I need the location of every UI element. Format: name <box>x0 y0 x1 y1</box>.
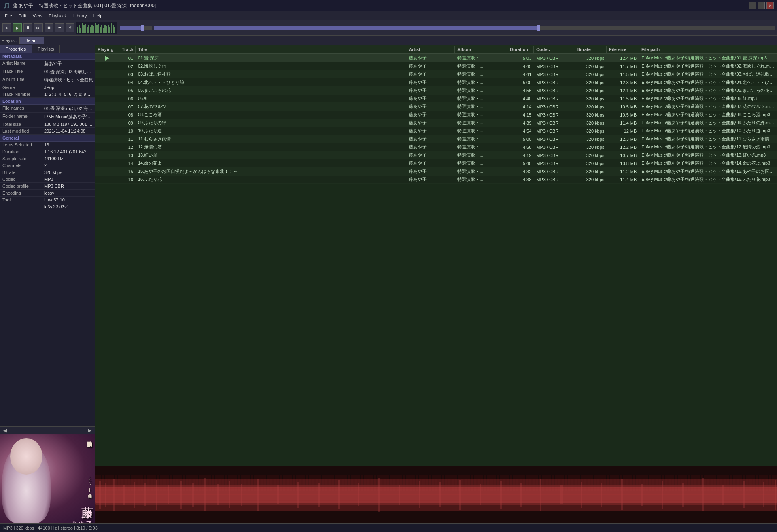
menu-file[interactable]: File <box>2 13 15 19</box>
track-artist: 藤あや子 <box>406 144 455 150</box>
stop-button[interactable]: ⏹ <box>45 23 53 32</box>
playing-indicator <box>95 114 119 115</box>
table-row[interactable]: 07 07.花のワルツ 藤あや子 特選演歌・... 4:14 MP3 / CBR… <box>95 103 777 111</box>
track-duration: 4:58 <box>507 144 534 150</box>
header-filepath[interactable]: File path <box>639 46 777 53</box>
playlist-label: Playlist: <box>2 38 17 43</box>
table-row[interactable]: 04 04.北へ・・・ひとり旅 藤あや子 特選演歌・... 5:00 MP3 /… <box>95 78 777 87</box>
maximize-button[interactable]: □ <box>758 2 765 9</box>
table-row[interactable]: 13 13.紅い糸 藤あや子 特選演歌・... 4:19 MP3 / CBR 3… <box>95 151 777 159</box>
playing-indicator <box>95 106 119 107</box>
table-row[interactable]: 14 14.命の花よ 藤あや子 特選演歌・... 5:40 MP3 / CBR … <box>95 159 777 167</box>
track-codec: MP3 / CBR <box>534 104 574 110</box>
track-codec: MP3 / CBR <box>534 161 574 166</box>
track-filepath: E:\My Music\藤あや子\特選演歌・ヒット全曲集\03.おばこ巡礼歌.m… <box>639 71 777 78</box>
track-title: 13.紅い糸 <box>136 152 406 159</box>
properties-content[interactable]: Metadata Artist Name 藤あや子 Track Title 01… <box>0 53 95 426</box>
track-title: 08.こころ酒 <box>136 111 406 118</box>
playlist-tab-default[interactable]: Default <box>19 37 44 44</box>
menu-help[interactable]: Help <box>90 13 106 19</box>
random-button[interactable]: ⇄ <box>55 23 64 32</box>
prev-button[interactable]: ⏮ <box>2 23 11 32</box>
scroll-left-arrow[interactable]: ◀ <box>2 428 8 433</box>
table-row[interactable]: 03 03.おばこ巡礼歌 藤あや子 特選演歌・... 4:41 MP3 / CB… <box>95 70 777 78</box>
track-filesize: 11.4 MB <box>607 177 639 182</box>
track-filepath: E:\My Music\藤あや子\特選演歌・ヒット全曲集\07.花のワルツ.mp… <box>639 103 777 110</box>
track-title: 07.花のワルツ <box>136 103 406 110</box>
header-codec[interactable]: Codec <box>534 46 574 53</box>
menu-view[interactable]: View <box>30 13 46 19</box>
track-codec: MP3 / CBR <box>534 144 574 150</box>
svg-rect-51 <box>763 482 764 507</box>
close-button[interactable]: ✕ <box>766 2 774 9</box>
track-duration: 5:00 <box>507 136 534 142</box>
track-filesize: 12.1 MB <box>607 88 639 93</box>
table-row[interactable]: 12 12.無情の酒 藤あや子 特選演歌・... 4:58 MP3 / CBR … <box>95 143 777 151</box>
prop-tabs: Properties Playlists <box>0 45 95 53</box>
scroll-arrows: ◀ ▶ <box>0 426 95 434</box>
header-duration[interactable]: Duration <box>507 46 534 53</box>
track-number: 16 <box>119 177 136 182</box>
seekbar-container <box>154 26 775 30</box>
track-filepath: E:\My Music\藤あや子\特選演歌・ヒット全曲集\04.北へ・・・ひとり… <box>639 79 777 86</box>
album-art-artist2: あや子 <box>71 520 93 523</box>
waveform-mini <box>76 22 117 34</box>
header-album[interactable]: Album <box>455 46 507 53</box>
menubar: File Edit View Playback Library Help <box>0 11 777 20</box>
track-title: 16.ふたり花 <box>136 176 406 183</box>
track-filepath: E:\My Music\藤あや子\特選演歌・ヒット全曲集\01.畳 深深.mp3 <box>639 55 777 61</box>
table-row[interactable]: 11 11.むらさき雨情 藤あや子 特選演歌・... 5:00 MP3 / CB… <box>95 135 777 143</box>
play-button[interactable]: ▶ <box>13 23 22 32</box>
track-album: 特選演歌・... <box>455 71 507 78</box>
svg-rect-21 <box>192 483 194 507</box>
track-bitrate: 320 kbps <box>574 88 607 93</box>
track-filesize: 13.8 MB <box>607 161 639 166</box>
track-filepath: E:\My Music\藤あや子\特選演歌・ヒット全曲集\15.あや子のお国自慢… <box>639 168 777 175</box>
header-bitrate[interactable]: Bitrate <box>574 46 607 53</box>
header-artist[interactable]: Artist <box>406 46 455 53</box>
svg-rect-36 <box>459 480 461 510</box>
table-row[interactable]: 09 09.ふたりの絆 藤あや子 特選演歌・... 4:39 MP3 / CBR… <box>95 119 777 127</box>
svg-rect-14 <box>113 479 115 511</box>
volume-bar[interactable] <box>120 26 152 30</box>
track-number: 14 <box>119 161 136 166</box>
next-button[interactable]: ⏭ <box>34 23 43 32</box>
header-title[interactable]: Title <box>136 46 406 53</box>
menu-playback[interactable]: Playback <box>45 13 70 19</box>
tab-properties[interactable]: Properties <box>0 45 32 53</box>
tab-playlists[interactable]: Playlists <box>32 45 60 53</box>
table-row[interactable]: 05 05.まごころの花 藤あや子 特選演歌・... 4:56 MP3 / CB… <box>95 87 777 95</box>
track-album: 特選演歌・... <box>455 136 507 142</box>
track-album: 特選演歌・... <box>455 79 507 86</box>
table-row[interactable]: 16 16.ふたり花 藤あや子 特選演歌・... 4:38 MP3 / CBR … <box>95 176 777 184</box>
playing-indicator <box>95 66 119 67</box>
seekbar[interactable] <box>154 26 775 30</box>
track-album: 特選演歌・... <box>455 127 507 134</box>
track-bitrate: 320 kbps <box>574 169 607 174</box>
track-album: 特選演歌・... <box>455 168 507 175</box>
table-row[interactable]: 02 02.海峡しぐれ 藤あや子 特選演歌・... 4:45 MP3 / CBR… <box>95 62 777 70</box>
prop-album-title: Album Title 特選演歌・ヒット全曲集 <box>0 76 95 84</box>
table-row[interactable]: 15 15.あや子のお国自慢だよ～がんばろな東北！！～ 藤あや子 特選演歌・..… <box>95 167 777 176</box>
table-row[interactable]: 01 01.畳 深深 藤あや子 特選演歌・... 5:03 MP3 / CBR … <box>95 54 777 62</box>
minimize-button[interactable]: ─ <box>749 2 756 9</box>
track-artist: 藤あや子 <box>406 127 455 134</box>
playlist-body[interactable]: 01 01.畳 深深 藤あや子 特選演歌・... 5:03 MP3 / CBR … <box>95 54 777 466</box>
header-filesize[interactable]: File size <box>607 46 639 53</box>
scroll-right-arrow[interactable]: ▶ <box>86 428 93 433</box>
track-bitrate: 320 kbps <box>574 136 607 142</box>
table-row[interactable]: 10 10.ふたり道 藤あや子 特選演歌・... 4:54 MP3 / CBR … <box>95 127 777 135</box>
header-track[interactable]: Track... <box>119 46 136 53</box>
track-title: 15.あや子のお国自慢だよ～がんばろな東北！！～ <box>136 168 406 175</box>
track-duration: 4:45 <box>507 64 534 69</box>
right-panel: Playing Track... Title Artist Album Dura… <box>95 45 777 523</box>
table-row[interactable]: 06 06.紅 藤あや子 特選演歌・... 4:40 MP3 / CBR 320… <box>95 95 777 103</box>
menu-library[interactable]: Library <box>70 13 90 19</box>
pause-button[interactable]: ⏸ <box>23 23 32 32</box>
table-row[interactable]: 08 08.こころ酒 藤あや子 特選演歌・... 4:15 MP3 / CBR … <box>95 111 777 119</box>
playing-indicator <box>95 179 119 180</box>
repeat-button[interactable]: ↺ <box>66 23 74 32</box>
track-filepath: E:\My Music\藤あや子\特選演歌・ヒット全曲集\09.ふたりの絆.mp… <box>639 119 777 126</box>
track-album: 特選演歌・... <box>455 111 507 118</box>
menu-edit[interactable]: Edit <box>15 13 30 19</box>
